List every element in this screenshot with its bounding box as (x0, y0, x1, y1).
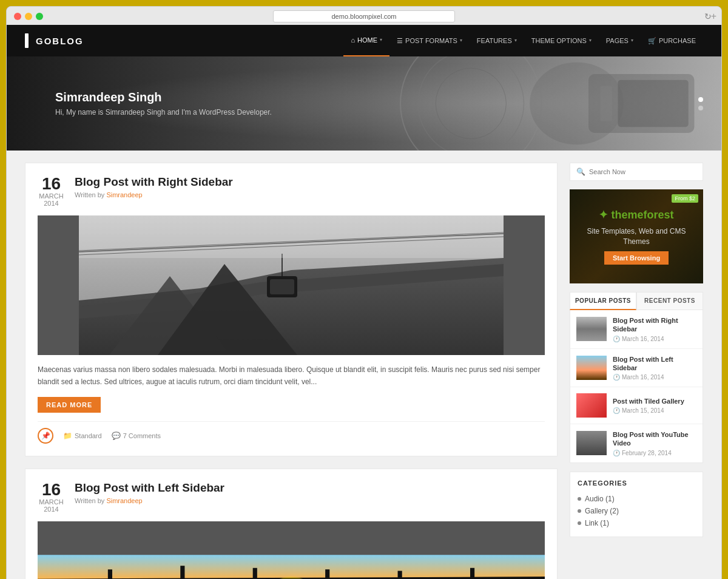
popular-post-thumb-1 (576, 317, 607, 341)
home-icon: ⌂ (351, 25, 355, 56)
browser-window: demo.bloompixel.com ↻ + GOBLOG ⌂ HOME ▾ (6, 6, 722, 579)
post-year-2: 2014 (38, 506, 65, 513)
nav-item-post-formats[interactable]: ☰ POST FORMATS ▾ (389, 25, 470, 56)
brand-icon (25, 33, 29, 48)
post-day-2: 16 (38, 481, 65, 498)
clock-icon-1: 🕐 (613, 336, 620, 342)
nav-item-home[interactable]: ⌂ HOME ▾ (343, 25, 389, 56)
post-author-link-2[interactable]: Simrandeep (106, 497, 142, 504)
popular-posts-list: Blog Post with Right Sidebar 🕐 March 16,… (570, 310, 703, 463)
main-container: 16 MARCH 2014 Blog Post with Right Sideb… (7, 151, 721, 579)
hero-dot-1[interactable] (698, 97, 703, 102)
svg-point-1 (419, 56, 524, 151)
nav-features-arrow: ▾ (514, 25, 517, 56)
navbar: GOBLOG ⌂ HOME ▾ ☰ POST FORMATS ▾ (7, 25, 721, 56)
thumb-video-image-4 (576, 431, 607, 455)
popular-post-item-4[interactable]: Blog Post with YouTube Video 🕐 February … (570, 424, 703, 462)
search-box[interactable]: 🔍 (570, 163, 703, 181)
post-comments-1[interactable]: 💬 7 Comments (112, 432, 161, 440)
post-title-1[interactable]: Blog Post with Right Sidebar (75, 175, 545, 189)
minimize-dot[interactable] (25, 13, 32, 20)
browser-dots (14, 13, 43, 20)
popular-post-thumb-3 (576, 393, 607, 418)
hero-dot-2[interactable] (698, 106, 703, 110)
thumb-cable-image-1 (576, 317, 607, 341)
nav-home-arrow: ▾ (380, 25, 382, 56)
post-info-2: Blog Post with Left Sidebar Written by S… (75, 481, 545, 504)
sidebar: 🔍 From $2 ✦ themeforest Site Templates, … (570, 163, 703, 579)
search-icon: 🔍 (576, 168, 585, 176)
popular-post-info-1: Blog Post with Right Sidebar 🕐 March 16,… (613, 316, 696, 342)
post-info-1: Blog Post with Right Sidebar Written by … (75, 175, 545, 198)
close-dot[interactable] (14, 13, 21, 20)
svg-rect-14 (270, 279, 294, 294)
popular-post-item-2[interactable]: Blog Post with Left Sidebar 🕐 March 16, … (570, 349, 703, 388)
svg-point-0 (400, 56, 542, 151)
comments-icon-1: 💬 (112, 432, 121, 440)
post-image-1[interactable] (38, 215, 545, 355)
hero-subtitle: Hi, My name is Simrandeep Singh and I'm … (55, 108, 272, 117)
category-label-audio: Audio (1) (585, 495, 615, 503)
hero-slider-dots (698, 97, 703, 110)
ad-logo-leaf: ✦ (599, 209, 611, 221)
nav-theme-options-arrow: ▾ (589, 25, 592, 56)
browser-titlebar: demo.bloompixel.com ↻ + (7, 13, 721, 25)
maximize-dot[interactable] (36, 13, 43, 20)
svg-rect-5 (601, 86, 612, 121)
post-card-1: 16 MARCH 2014 Blog Post with Right Sideb… (25, 163, 558, 456)
post-excerpt-1: Maecenas varius massa non libero sodales… (38, 364, 545, 388)
new-tab-button[interactable]: + (711, 11, 716, 22)
ad-logo: ✦ themeforest (599, 208, 673, 222)
popular-post-item-3[interactable]: Post with Tiled Gallery 🕐 March 15, 2014 (570, 387, 703, 424)
post-card-2: 16 MARCH 2014 Blog Post with Left Sideba… (25, 469, 558, 579)
nav-item-purchase[interactable]: 🛒 PURCHASE (641, 25, 703, 56)
nav-item-theme-options[interactable]: THEME OPTIONS ▾ (524, 25, 599, 56)
post-month-2: MARCH (38, 498, 65, 506)
popular-post-info-4: Blog Post with YouTube Video 🕐 February … (613, 430, 696, 456)
url-bar[interactable]: demo.bloompixel.com (273, 10, 455, 22)
post-year-1: 2014 (38, 200, 65, 207)
popular-post-title-3[interactable]: Post with Tiled Gallery (613, 397, 684, 405)
read-more-button-1[interactable]: READ MORE (38, 397, 101, 413)
tab-recent-posts[interactable]: RECENT POSTS (636, 292, 703, 310)
post-author-link-1[interactable]: Simrandeep (106, 191, 142, 198)
clock-icon-2: 🕐 (613, 374, 620, 381)
hero-content: Simrandeep Singh Hi, My name is Simrande… (7, 90, 320, 117)
category-link[interactable]: Link (1) (578, 517, 695, 529)
category-audio[interactable]: Audio (1) (578, 493, 695, 505)
post-title-2[interactable]: Blog Post with Left Sidebar (75, 481, 545, 495)
post-header-2: 16 MARCH 2014 Blog Post with Left Sideba… (38, 481, 545, 513)
category-label-gallery: Gallery (2) (585, 507, 619, 515)
popular-post-item-1[interactable]: Blog Post with Right Sidebar 🕐 March 16,… (570, 310, 703, 349)
post-formats-icon: ☰ (397, 25, 403, 56)
post-category-1: 📁 Standard (63, 432, 102, 440)
hero-section: Simrandeep Singh Hi, My name is Simrande… (7, 56, 721, 151)
nav-features-label: FEATURES (477, 25, 512, 56)
cable-car-image (38, 215, 545, 355)
popular-post-title-4[interactable]: Blog Post with YouTube Video (613, 430, 696, 448)
tab-popular-posts[interactable]: POPULAR POSTS (570, 292, 636, 310)
browser-body: GOBLOG ⌂ HOME ▾ ☰ POST FORMATS ▾ (7, 25, 721, 579)
post-category-label-1: Standard (75, 432, 102, 439)
popular-post-date-2: 🕐 March 16, 2014 (613, 374, 696, 381)
popular-post-date-1: 🕐 March 16, 2014 (613, 336, 696, 342)
pin-icon-1: 📌 (38, 428, 53, 444)
ad-banner[interactable]: From $2 ✦ themeforest Site Templates, We… (570, 189, 703, 283)
nav-item-features[interactable]: FEATURES ▾ (470, 25, 524, 56)
popular-post-date-4: 🕐 February 28, 2014 (613, 450, 696, 456)
ad-browse-button[interactable]: Start Browsing (604, 251, 669, 265)
post-date-2: 16 MARCH 2014 (38, 481, 65, 513)
popular-post-thumb-2 (576, 356, 607, 380)
nav-item-pages[interactable]: PAGES ▾ (599, 25, 641, 56)
thumb-sunset-image-2 (576, 356, 607, 380)
category-gallery[interactable]: Gallery (2) (578, 505, 695, 517)
post-month-1: MARCH (38, 192, 65, 200)
content-area: 16 MARCH 2014 Blog Post with Right Sideb… (25, 163, 558, 579)
popular-post-title-2[interactable]: Blog Post with Left Sidebar (613, 355, 696, 373)
post-image-2[interactable] (38, 521, 545, 579)
post-author-1: Written by Simrandeep (75, 191, 545, 198)
popular-post-title-1[interactable]: Blog Post with Right Sidebar (613, 316, 696, 334)
post-header-1: 16 MARCH 2014 Blog Post with Right Sideb… (38, 175, 545, 207)
thumb-gallery-image-3 (576, 393, 607, 418)
search-input[interactable] (589, 168, 696, 175)
